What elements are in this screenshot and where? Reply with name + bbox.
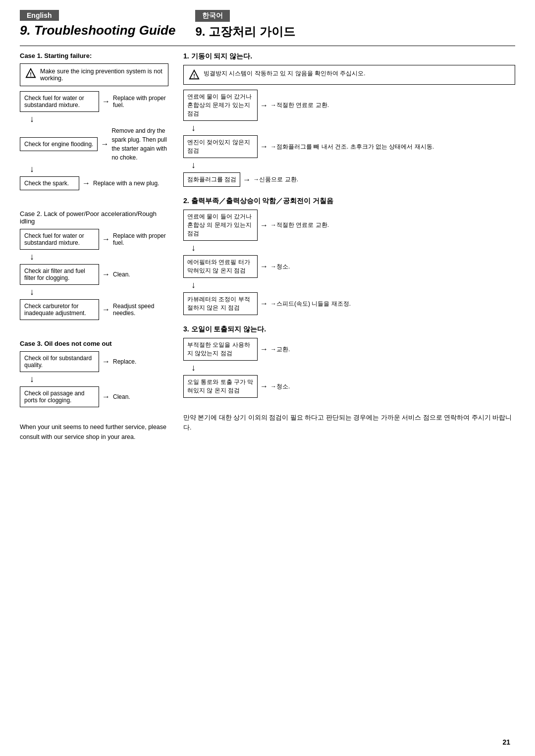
- case2-down1: ↓: [30, 252, 168, 262]
- ko-case1-step2-box: 엔진이 젖어있지 않은지 점검: [183, 135, 258, 158]
- title-english: 9. Troubleshooting Guide: [20, 23, 175, 38]
- ko-case1-step2-arrow: →: [260, 142, 268, 151]
- case1-section: Case 1. Starting failure: ! Make sure th…: [20, 52, 168, 190]
- ko-case1-step2-row: 엔진이 젖어있지 않은지 점검 → →점화플러그를 빼 내서 건조. 초후크가 …: [183, 135, 515, 158]
- case2-step2-result: Clean.: [113, 271, 168, 278]
- ko-case2-step2-row: 에어필터와 연료필 터가 막혀있지 않 온지 점검 → →청소.: [183, 255, 515, 278]
- ko-case1-step2-result: →점화플러그를 빼 내서 건조. 초후크가 없는 상태에서 재시동.: [270, 142, 515, 151]
- case2-step3-arrow: →: [102, 305, 110, 314]
- ko-case1-step3-result: →신품으로 교환.: [253, 175, 515, 184]
- korean-case1-warning-text: 빙결방지 시스템이 작동하고 있 지 않음을 확인하여 주십시오.: [204, 69, 366, 78]
- korean-case2-heading: 2. 출력부족／출력상승이 악함／공회전이 거칠음: [183, 197, 515, 206]
- title-korean: 9. 고장처리 가이드: [195, 24, 295, 40]
- ko-case1-step1-result: →적절한 연료로 교환.: [270, 101, 515, 109]
- case2-step3-box: Check carburetor for inadequate adjustme…: [20, 299, 99, 320]
- case2-step1-arrow: →: [102, 235, 110, 244]
- case3-step1-row: Check oil for substandard quality. → Rep…: [20, 351, 168, 372]
- korean-case3-heading: 3. 오일이 토출되지 않는다.: [183, 325, 515, 334]
- case1-warning-box: ! Make sure the icing prevention system …: [20, 63, 168, 86]
- case2-step3-row: Check carburetor for inadequate adjustme…: [20, 299, 168, 320]
- case1-step1-result: Replace with proper fuel.: [113, 95, 168, 108]
- ko-case2-step1-arrow: →: [260, 221, 268, 230]
- case2-step2-box: Check air filter and fuel filter for clo…: [20, 264, 99, 285]
- ko-case2-step1-result: →적절한 연료로 교환.: [270, 221, 515, 229]
- step3-arrow: →: [82, 179, 90, 188]
- page-number: 21: [502, 738, 510, 746]
- case3-section: Case 3. Oil does not come out Check oil …: [20, 340, 168, 407]
- ko-case3-step2-arrow: →: [260, 382, 268, 391]
- case2-step2-arrow: →: [102, 270, 110, 279]
- korean-case1-heading: 1. 기동이 되지 않는다.: [183, 52, 515, 61]
- ko-case3-down1: ↓: [191, 363, 515, 373]
- case1-step2-result: Remove and dry the spark plug. Then pull…: [111, 126, 168, 162]
- ko-case2-down2: ↓: [191, 280, 515, 290]
- svg-text:!: !: [193, 73, 195, 79]
- ko-case2-step2-box: 에어필터와 연료필 터가 막혀있지 않 온지 점검: [183, 255, 258, 278]
- ko-case2-step3-arrow: →: [260, 299, 268, 308]
- korean-footer: 만약 본기에 대한 상기 이외의 점검이 필요 하다고 판단되는 경우에는 가까…: [183, 413, 515, 432]
- main-columns: Case 1. Starting failure: ! Make sure th…: [20, 52, 515, 442]
- ko-case2-step2-arrow: →: [260, 262, 268, 271]
- ko-case3-step1-arrow: →: [260, 345, 268, 354]
- case3-down1: ↓: [30, 374, 168, 384]
- header-divider: [20, 46, 515, 46]
- ko-case2-step3-row: 카뷰레터의 조정이 부적절하지 않은 지 점검 → →스피드(속도) 니들을 재…: [183, 292, 515, 315]
- case1-warning-text: Make sure the icing prevention system is…: [40, 68, 163, 82]
- case3-step2-arrow: →: [102, 392, 110, 401]
- ko-case2-down1: ↓: [191, 243, 515, 253]
- case1-step2-row: Check for engine flooding. → Remove and …: [20, 126, 168, 162]
- korean-case3-section: 3. 오일이 토출되지 않는다. 부적절한 오일을 사용하지 않았는지 점검 →…: [183, 325, 515, 398]
- ko-case2-step2-result: →청소.: [270, 263, 515, 271]
- ko-case3-step1-result: →교환.: [270, 345, 515, 354]
- korean-case1-warning-box: ! 빙결방지 시스템이 작동하고 있 지 않음을 확인하여 주십시오.: [183, 65, 515, 85]
- ko-case1-step1-box: 연료에 물이 들어 갔거나 혼합상의 문제가 있는지 점검: [183, 90, 258, 121]
- ko-case2-step1-row: 연료에 물이 들어 갔거나 혼합상 의 문제가 있는지 점검 → →적절한 연료…: [183, 210, 515, 241]
- case2-step2-row: Check air filter and fuel filter for clo…: [20, 264, 168, 285]
- step1-arrow: →: [102, 97, 110, 106]
- ko-case1-step3-row: 점화플러그를 점검 → →신품으로 교환.: [183, 172, 515, 187]
- ko-case2-step3-result: →스피드(속도) 니들을 재조정.: [270, 300, 515, 308]
- case2-step1-result: Replace with proper fuel.: [113, 232, 168, 246]
- ko-case1-down1: ↓: [191, 123, 515, 133]
- ko-case2-step1-box: 연료에 물이 들어 갔거나 혼합상 의 문제가 있는지 점검: [183, 210, 258, 241]
- ko-case2-step3-box: 카뷰레터의 조정이 부적절하지 않은 지 점검: [183, 292, 258, 315]
- header-row: English 9. Troubleshooting Guide 한국어 9. …: [20, 10, 515, 40]
- case1-step1-box: Check fuel for water or substandard mixt…: [20, 91, 99, 112]
- case3-step2-result: Clean.: [113, 393, 168, 400]
- svg-text:!: !: [30, 71, 32, 77]
- ko-case3-step1-box: 부적절한 오일을 사용하지 않았는지 점검: [183, 338, 258, 361]
- case1-step3-row: Check the spark. → Replace with a new pl…: [20, 176, 168, 190]
- english-column: Case 1. Starting failure: ! Make sure th…: [20, 52, 168, 442]
- lang-tab-korean: 한국어: [195, 10, 230, 22]
- ko-case1-step1-arrow: →: [260, 101, 268, 110]
- lang-tab-english: English: [20, 10, 59, 21]
- ko-case3-step2-box: 오일 통로와 토출 구가 막혀있지 않 온지 점검: [183, 375, 258, 398]
- case1-down2: ↓: [30, 164, 168, 174]
- case1-step2-box: Check for engine flooding.: [20, 137, 98, 151]
- case1-heading: Case 1. Starting failure:: [20, 52, 168, 59]
- ko-case1-step3-box: 점화플러그를 점검: [183, 172, 240, 187]
- warning-icon: !: [25, 68, 36, 79]
- case3-step1-result: Replace.: [113, 358, 168, 365]
- case3-step2-box: Check oil passage and ports for clogging…: [20, 386, 99, 407]
- page-container: English 9. Troubleshooting Guide 한국어 9. …: [0, 0, 535, 756]
- korean-column: 1. 기동이 되지 않는다. ! 빙결방지 시스템이 작동하고 있 지 않음을 …: [183, 52, 515, 442]
- english-footer: When your unit seems to need further ser…: [20, 422, 168, 442]
- ko-case3-step2-row: 오일 통로와 토출 구가 막혀있지 않 온지 점검 → →청소.: [183, 375, 515, 398]
- case3-step2-row: Check oil passage and ports for clogging…: [20, 386, 168, 407]
- ko-case1-step1-row: 연료에 물이 들어 갔거나 혼합상의 문제가 있는지 점검 → →적절한 연료로…: [183, 90, 515, 121]
- case1-step3-box: Check the spark.: [20, 176, 79, 190]
- ko-case1-down2: ↓: [191, 160, 515, 170]
- case2-heading: Case 2. Lack of power/Poor acceleration/…: [20, 210, 168, 225]
- case1-step1-row: Check fuel for water or substandard mixt…: [20, 91, 168, 112]
- case1-down1: ↓: [30, 114, 168, 124]
- case2-step3-result: Readjust speed needles.: [113, 303, 168, 317]
- case2-down2: ↓: [30, 287, 168, 297]
- case1-step3-result: Replace with a new plug.: [93, 180, 168, 187]
- case3-step1-arrow: →: [102, 357, 110, 366]
- ko-case3-step2-result: →청소.: [270, 382, 515, 391]
- step2-arrow: →: [101, 140, 108, 149]
- korean-warning-icon: !: [189, 69, 200, 80]
- korean-case2-section: 2. 출력부족／출력상승이 악함／공회전이 거칠음 연료에 물이 들어 갔거나 …: [183, 197, 515, 315]
- korean-case1-section: 1. 기동이 되지 않는다. ! 빙결방지 시스템이 작동하고 있 지 않음을 …: [183, 52, 515, 187]
